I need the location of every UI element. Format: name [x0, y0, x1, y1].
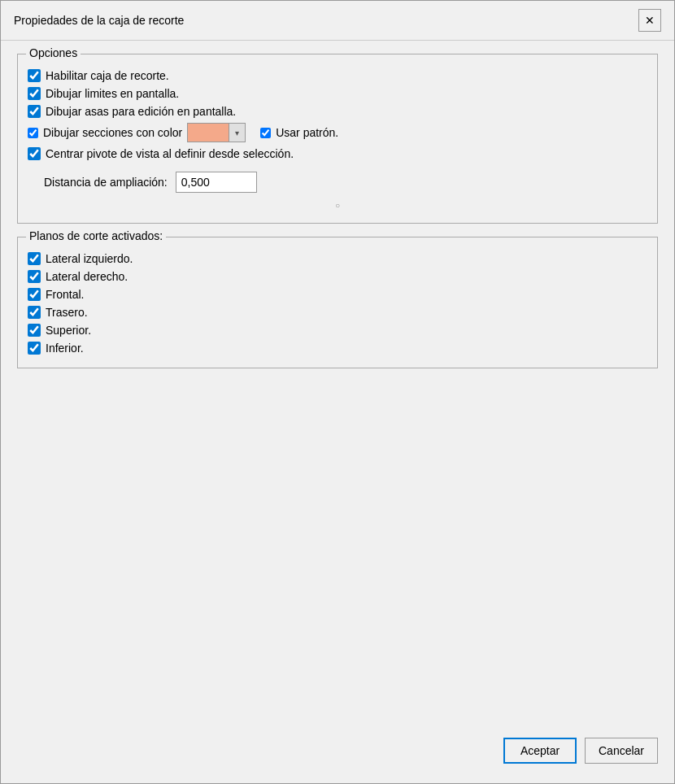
color-swatch: [188, 124, 229, 142]
checkbox-lateral-der-label: Lateral derecho.: [46, 270, 128, 283]
checkbox-row-habilitar: Habilitar caja de recorte.: [28, 69, 647, 82]
planos-group-label: Planos de corte activados:: [26, 229, 166, 242]
checkbox-dibujar-color-label: Dibujar secciones con color: [43, 126, 182, 139]
color-dropdown-btn[interactable]: ▾: [229, 124, 245, 142]
bottom-indicator: ○: [28, 201, 647, 210]
cancelar-button[interactable]: Cancelar: [585, 738, 658, 764]
title-bar: Propiedades de la caja de recorte ✕: [1, 1, 674, 41]
checkbox-row-dibujar-limites: Dibujar limites en pantalla.: [28, 87, 647, 100]
checkbox-frontal-label: Frontal.: [46, 288, 84, 301]
distance-label: Distancia de ampliación:: [44, 176, 168, 189]
checkbox-row-frontal: Frontal.: [28, 288, 647, 301]
checkbox-row-superior: Superior.: [28, 324, 647, 337]
checkbox-dibujar-color[interactable]: [28, 128, 38, 138]
checkbox-row-lateral-izq: Lateral izquierdo.: [28, 252, 647, 265]
dialog-footer: Aceptar Cancelar: [1, 725, 674, 783]
checkbox-dibujar-asas-label: Dibujar asas para edición en pantalla.: [46, 105, 236, 118]
checkbox-lateral-izq[interactable]: [28, 252, 41, 265]
color-row: Dibujar secciones con color ▾ Usar patró…: [28, 123, 647, 142]
distance-input[interactable]: [176, 172, 257, 193]
dialog-window: Propiedades de la caja de recorte ✕ Opci…: [0, 0, 675, 784]
usar-patron-row: Usar patrón.: [260, 126, 338, 139]
aceptar-button[interactable]: Aceptar: [503, 738, 577, 764]
planos-content: Lateral izquierdo. Lateral derecho. Fron…: [28, 252, 647, 355]
checkbox-usar-patron-label: Usar patrón.: [276, 126, 338, 139]
checkbox-superior[interactable]: [28, 324, 41, 337]
checkbox-inferior[interactable]: [28, 342, 41, 355]
checkbox-dibujar-limites-label: Dibujar limites en pantalla.: [46, 87, 179, 100]
opciones-group: Opciones Habilitar caja de recorte. Dibu…: [17, 54, 658, 224]
checkbox-row-inferior: Inferior.: [28, 342, 647, 355]
checkbox-row-dibujar-asas: Dibujar asas para edición en pantalla.: [28, 105, 647, 118]
checkbox-row-lateral-der: Lateral derecho.: [28, 270, 647, 283]
checkbox-lateral-der[interactable]: [28, 270, 41, 283]
distance-row: Distancia de ampliación:: [44, 172, 647, 193]
checkbox-usar-patron[interactable]: [260, 128, 271, 138]
opciones-group-label: Opciones: [26, 46, 81, 59]
checkbox-habilitar-label: Habilitar caja de recorte.: [46, 69, 169, 82]
dialog-title: Propiedades de la caja de recorte: [14, 14, 184, 27]
planos-group: Planos de corte activados: Lateral izqui…: [17, 237, 658, 368]
checkbox-superior-label: Superior.: [46, 324, 91, 337]
checkbox-dibujar-limites[interactable]: [28, 87, 41, 100]
checkbox-row-trasero: Trasero.: [28, 306, 647, 319]
checkbox-habilitar[interactable]: [28, 69, 41, 82]
color-swatch-wrapper[interactable]: ▾: [187, 123, 246, 142]
checkbox-dibujar-asas[interactable]: [28, 105, 41, 118]
checkbox-row-centrar: Centrar pivote de vista al definir desde…: [28, 147, 647, 160]
checkbox-lateral-izq-label: Lateral izquierdo.: [46, 252, 133, 265]
checkbox-trasero[interactable]: [28, 306, 41, 319]
close-button[interactable]: ✕: [638, 9, 661, 32]
checkbox-centrar[interactable]: [28, 147, 41, 160]
opciones-content: Habilitar caja de recorte. Dibujar limit…: [28, 69, 647, 210]
checkbox-centrar-label: Centrar pivote de vista al definir desde…: [46, 147, 294, 160]
checkbox-trasero-label: Trasero.: [46, 306, 88, 319]
dialog-content: Opciones Habilitar caja de recorte. Dibu…: [1, 41, 674, 725]
checkbox-inferior-label: Inferior.: [46, 342, 84, 355]
checkbox-frontal[interactable]: [28, 288, 41, 301]
